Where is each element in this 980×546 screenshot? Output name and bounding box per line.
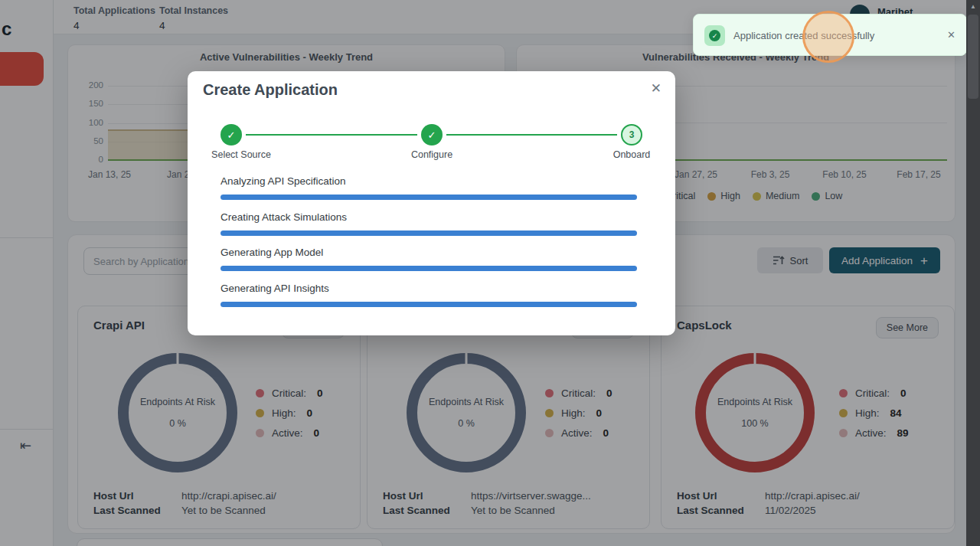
- step-select-source-indicator: ✓: [220, 124, 242, 145]
- task-progress-bar: [220, 230, 637, 236]
- step-onboard-indicator: 3: [621, 124, 642, 145]
- task-label: Generating API Insights: [220, 283, 329, 294]
- modal-close-button[interactable]: ✕: [651, 80, 662, 96]
- success-icon: ✓: [704, 25, 725, 46]
- task-label: Creating Attack Simulations: [220, 211, 347, 223]
- success-toast: ✓ Application created successfully ✕: [693, 14, 967, 56]
- check-icon: ✓: [227, 129, 236, 141]
- up-arrow-icon: ▲: [970, 3, 976, 10]
- close-icon: ✕: [947, 29, 956, 41]
- app-screen: c ⇤ Total Applications 4 Total Instances…: [0, 0, 980, 546]
- step-label-configure: Configure: [411, 149, 452, 160]
- check-icon: ✓: [712, 32, 718, 40]
- create-application-modal: Create Application ✕ ✓ ✓ 3 Select Source…: [188, 71, 675, 335]
- step-connector: [446, 134, 617, 136]
- scrollbar-thumb[interactable]: [968, 15, 978, 99]
- close-icon: ✕: [651, 81, 662, 96]
- task-label: Analyzing API Specification: [220, 175, 346, 187]
- task-progress-bar: [220, 266, 637, 271]
- step-number: 3: [629, 129, 635, 140]
- task-label: Generating App Model: [220, 247, 323, 258]
- modal-title: Create Application: [203, 81, 338, 99]
- scroll-up-button[interactable]: ▲: [966, 0, 980, 13]
- step-label-select-source: Select Source: [211, 149, 271, 160]
- step-label-onboard: Onboard: [613, 149, 651, 160]
- step-configure-indicator: ✓: [421, 124, 443, 145]
- scrollbar-track[interactable]: ▲: [966, 0, 980, 546]
- step-connector: [246, 134, 417, 136]
- task-progress-bar: [220, 302, 637, 307]
- toast-message: Application created successfully: [733, 15, 874, 57]
- task-progress-bar: [220, 195, 637, 200]
- check-icon: ✓: [428, 129, 436, 141]
- toast-close-button[interactable]: ✕: [947, 29, 956, 41]
